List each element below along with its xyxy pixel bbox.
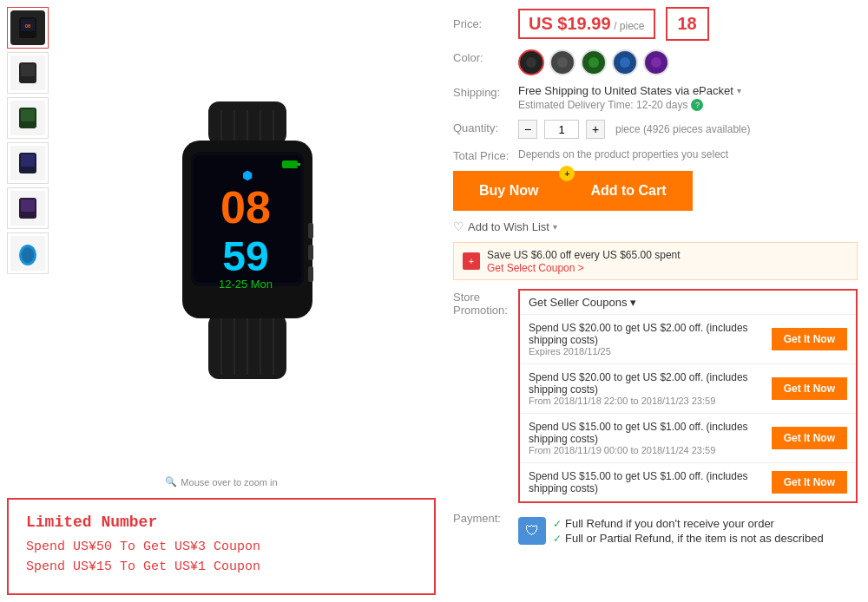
get-it-now-button-3[interactable]: Get It Now: [772, 427, 847, 449]
price-box: US $19.99 / piece: [518, 9, 655, 39]
promo-box: Limited Number Spend US¥50 To Get US¥3 C…: [7, 498, 436, 595]
add-to-cart-label: Add to Cart: [590, 183, 666, 199]
shipping-delivery: Estimated Delivery Time: 12-20 days ?: [518, 99, 858, 111]
svg-text:59: 59: [222, 233, 268, 279]
coupon-item-sub-2: From 2018/11/18 22:00 to 2018/11/23 23:5…: [529, 396, 765, 406]
get-it-now-button-2[interactable]: Get It Now: [772, 377, 847, 400]
thumbnail-4[interactable]: [7, 142, 49, 184]
coupon-item-3: Spend US $15.00 to get US $1.00 off. (in…: [520, 414, 856, 463]
buy-now-button[interactable]: Buy Now: [453, 171, 564, 211]
svg-rect-15: [21, 200, 35, 212]
svg-text:⬢: ⬢: [242, 168, 253, 182]
buyer-protection: 🛡 ✓ Full Refund if you don't receive you…: [518, 510, 858, 553]
swatch-black[interactable]: [518, 49, 544, 75]
coupon-item-text-2: Spend US $20.00 to get US $2.00 off. (in…: [529, 371, 765, 406]
add-to-cart-button[interactable]: + Add to Cart: [564, 171, 692, 211]
coupon-item-text-1: Spend US $20.00 to get US $2.00 off. (in…: [529, 322, 765, 357]
thumbnail-strip: 08: [7, 7, 52, 473]
thumbnail-2[interactable]: [7, 52, 49, 94]
price-label: Price:: [453, 17, 518, 30]
coupon-icon: +: [463, 252, 480, 270]
svg-point-47: [651, 57, 661, 68]
svg-point-46: [620, 57, 630, 68]
coupon-item-2: Spend US $20.00 to get US $2.00 off. (in…: [520, 364, 856, 414]
zoom-hint: 🔍 Mouse over to zoom in: [7, 473, 436, 491]
svg-point-43: [526, 57, 536, 68]
total-content: Depends on the product properties you se…: [518, 147, 858, 160]
seller-coupons-header[interactable]: Get Seller Coupons ▾: [520, 291, 856, 315]
quantity-increase[interactable]: +: [586, 120, 605, 139]
shipping-label: Shipping:: [453, 84, 518, 99]
svg-rect-12: [21, 154, 35, 167]
thumbnail-3[interactable]: [7, 97, 49, 139]
cart-badge-icon: +: [559, 166, 575, 181]
wishlist-label: Add to Wish List: [468, 220, 549, 233]
coupon-item-4: Spend US $15.00 to get US $1.00 off. (in…: [520, 463, 856, 501]
shipping-dropdown[interactable]: ▾: [737, 86, 741, 95]
quantity-label: Quantity:: [453, 120, 518, 134]
get-it-now-button-4[interactable]: Get It Now: [772, 471, 847, 494]
coupon-text: Save US $6.00 off every US $65.00 spent: [487, 249, 681, 261]
seller-coupons-panel: Get Seller Coupons ▾ Spend US $20.00 to …: [518, 289, 858, 503]
quantity-input[interactable]: [544, 120, 579, 139]
store-promotion-section: Store Promotion: Get Seller Coupons ▾ Sp…: [453, 289, 858, 503]
total-label: Total Price:: [453, 147, 518, 162]
help-icon[interactable]: ?: [691, 99, 703, 111]
coupon-items-container: Spend US $20.00 to get US $2.00 off. (in…: [520, 315, 856, 501]
zoom-icon: 🔍: [165, 476, 177, 487]
coupon-item-1: Spend US $20.00 to get US $2.00 off. (in…: [520, 315, 856, 364]
protection-details: ✓ Full Refund if you don't receive your …: [553, 517, 824, 546]
coupon-item-sub-1: Expires 2018/11/25: [529, 346, 765, 357]
total-desc: Depends on the product properties you se…: [518, 148, 728, 160]
shipping-method: Free Shipping to United States via ePack…: [518, 84, 858, 97]
quantity-badge: 18: [666, 7, 709, 41]
thumbnail-1[interactable]: 08: [7, 7, 49, 49]
payment-row: Payment: 🛡 ✓ Full Refund if you don't re…: [453, 510, 858, 553]
swatch-purple[interactable]: [643, 49, 669, 75]
color-row: Color:: [453, 49, 858, 75]
wishlist-dropdown[interactable]: ▾: [553, 222, 557, 232]
coupon-row: + Save US $6.00 off every US $65.00 spen…: [453, 242, 858, 280]
coupon-link[interactable]: Get Select Coupon >: [487, 262, 584, 274]
quantity-content: − + piece (4926 pieces available): [518, 120, 858, 139]
action-buttons: Buy Now + Add to Cart: [453, 171, 858, 211]
svg-rect-6: [21, 64, 35, 76]
protection-item-2: ✓ Full or Partial Refund, if the item is…: [553, 532, 824, 545]
seller-coupons-label: Get Seller Coupons ▾: [529, 296, 636, 309]
svg-point-45: [589, 57, 599, 68]
thumbnail-6[interactable]: [7, 232, 49, 274]
check-icon-2: ✓: [553, 533, 562, 545]
svg-text:08: 08: [25, 23, 31, 29]
right-panel: Price: US $19.99 / piece 18 Color:: [443, 0, 868, 602]
store-promotion-label: Store Promotion:: [453, 289, 518, 317]
promo-title: Limited Number: [26, 514, 417, 531]
price-row: Price: US $19.99 / piece 18: [453, 7, 858, 41]
swatch-green[interactable]: [581, 49, 607, 75]
svg-rect-31: [308, 245, 313, 260]
coupon-item-sub-3: From 2018/11/19 00:00 to 2018/11/24 23:5…: [529, 445, 765, 455]
payment-content: 🛡 ✓ Full Refund if you don't receive you…: [518, 510, 858, 553]
color-swatches: [518, 49, 669, 75]
get-it-now-button-1[interactable]: Get It Now: [772, 328, 847, 350]
total-row: Total Price: Depends on the product prop…: [453, 147, 858, 162]
left-panel: 08: [0, 0, 443, 602]
swatch-blue[interactable]: [612, 49, 638, 75]
protection-item-1: ✓ Full Refund if you don't receive your …: [553, 517, 824, 530]
promo-line-2: Spend US¥15 To Get US¥1 Coupon: [26, 559, 417, 574]
quantity-available: piece (4926 pieces available): [615, 123, 750, 135]
svg-text:12-25 Mon: 12-25 Mon: [219, 278, 273, 291]
shipping-row: Shipping: Free Shipping to United States…: [453, 84, 858, 111]
check-icon-1: ✓: [553, 518, 562, 530]
svg-rect-30: [308, 223, 313, 239]
promo-line-1: Spend US¥50 To Get US¥3 Coupon: [26, 540, 417, 554]
wishlist-row[interactable]: ♡ Add to Wish List ▾: [453, 219, 858, 233]
swatch-dark-gray[interactable]: [549, 49, 575, 75]
price-value: US $19.99: [529, 14, 611, 33]
svg-text:08: 08: [220, 182, 271, 232]
thumbnail-5[interactable]: [7, 187, 49, 229]
quantity-decrease[interactable]: −: [518, 120, 537, 139]
svg-point-44: [557, 57, 568, 68]
heart-icon: ♡: [453, 219, 464, 233]
price-per: / piece: [614, 20, 644, 32]
svg-rect-28: [282, 160, 298, 168]
